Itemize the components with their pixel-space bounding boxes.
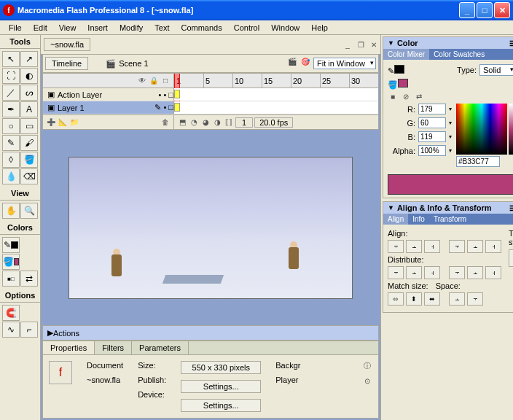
- dist-bottom-button[interactable]: ⫞: [424, 266, 440, 279]
- menu-window[interactable]: Window: [265, 22, 305, 34]
- document-tab[interactable]: ~snow.fla: [44, 38, 90, 51]
- menu-insert[interactable]: Insert: [82, 22, 114, 34]
- straighten-option[interactable]: ⌐: [20, 322, 38, 338]
- panel-menu-icon[interactable]: ☰: [509, 204, 513, 212]
- menu-modify[interactable]: Modify: [114, 22, 149, 34]
- dist-left-button[interactable]: ⫟: [449, 266, 465, 279]
- align-right-button[interactable]: ⫞: [424, 240, 440, 253]
- hex-input[interactable]: [456, 156, 500, 167]
- b-input[interactable]: [418, 131, 446, 142]
- g-input[interactable]: [418, 117, 446, 128]
- publish-settings-button[interactable]: Settings...: [181, 380, 261, 393]
- frames-area[interactable]: [174, 101, 378, 114]
- r-input[interactable]: [418, 104, 446, 114]
- tab-parameters[interactable]: Parameters: [132, 341, 189, 354]
- pen-tool[interactable]: ✒: [2, 101, 20, 117]
- minimize-button[interactable]: _: [459, 2, 475, 18]
- match-height-button[interactable]: ⬍: [406, 292, 422, 306]
- selection-tool[interactable]: ↖: [2, 51, 20, 67]
- stage-canvas[interactable]: [68, 157, 353, 299]
- tab-color-mixer[interactable]: Color Mixer: [383, 49, 429, 60]
- tab-filters[interactable]: Filters: [95, 341, 132, 354]
- layer-row[interactable]: ▣Action Layer• • □: [43, 88, 378, 101]
- swap-colors[interactable]: ⇄: [20, 271, 38, 287]
- hand-tool[interactable]: ✋: [2, 203, 20, 219]
- menu-help[interactable]: Help: [305, 22, 334, 34]
- default-colors[interactable]: ■□: [2, 271, 20, 287]
- subselection-tool[interactable]: ↗: [20, 51, 38, 67]
- pencil-tool[interactable]: ✎: [2, 135, 20, 151]
- figure-graphic[interactable]: [109, 247, 124, 284]
- align-bottom-button[interactable]: ⫞: [485, 240, 501, 253]
- onion-outline-icon[interactable]: ◕: [200, 118, 211, 126]
- edit-frames-icon[interactable]: ◑: [212, 118, 222, 126]
- default-colors-icon[interactable]: ■: [388, 93, 398, 101]
- eraser-tool[interactable]: ⌫: [20, 168, 38, 184]
- text-tool[interactable]: A: [20, 101, 38, 117]
- fill-color[interactable]: 🪣: [2, 254, 20, 270]
- rectangle-tool[interactable]: ▭: [20, 118, 38, 134]
- match-width-button[interactable]: ⬄: [388, 292, 404, 306]
- actions-panel-header[interactable]: ▶ Actions: [42, 325, 379, 341]
- edit-symbol-icon[interactable]: 🎯: [300, 58, 310, 69]
- edit-scene-icon[interactable]: 🎬: [287, 58, 297, 69]
- menu-control[interactable]: Control: [228, 22, 265, 34]
- alpha-input[interactable]: [418, 145, 446, 156]
- zoom-tool[interactable]: 🔍: [20, 203, 38, 219]
- eyedropper-tool[interactable]: 💧: [2, 168, 20, 184]
- free-transform-tool[interactable]: ⛶: [2, 68, 20, 84]
- ink-bottle-tool[interactable]: ◊: [2, 152, 20, 168]
- paint-bucket-tool[interactable]: 🪣: [20, 152, 38, 168]
- fill-swatch-icon[interactable]: 🪣: [388, 79, 408, 90]
- line-tool[interactable]: ／: [2, 85, 20, 101]
- keyframe[interactable]: [174, 103, 180, 112]
- dist-hcenter-button[interactable]: ⫠: [467, 266, 483, 279]
- lock-icon[interactable]: 🔒: [149, 77, 159, 85]
- stage-area[interactable]: [42, 131, 379, 324]
- hue-slider[interactable]: [509, 104, 513, 155]
- timeline-ruler[interactable]: 151015202530: [174, 74, 378, 88]
- align-vcenter-button[interactable]: ⫠: [467, 240, 483, 253]
- match-both-button[interactable]: ⬌: [424, 292, 440, 306]
- oval-tool[interactable]: ○: [2, 118, 20, 134]
- collapse-icon[interactable]: ▼: [388, 39, 394, 47]
- expand-props-icon[interactable]: ⊙: [362, 377, 372, 385]
- zoom-select[interactable]: Fit in Window: [313, 58, 376, 69]
- menu-edit[interactable]: Edit: [28, 22, 53, 34]
- add-guide-icon[interactable]: 📐: [58, 118, 68, 126]
- keyframe[interactable]: [174, 90, 180, 98]
- center-frame-icon[interactable]: ⬒: [177, 118, 187, 126]
- onion-markers-icon[interactable]: ⟦⟧: [224, 118, 234, 126]
- tab-properties[interactable]: Properties: [43, 341, 95, 354]
- doc-close-icon[interactable]: ✕: [369, 41, 379, 49]
- tab-transform[interactable]: Transform: [429, 214, 471, 225]
- frames-area[interactable]: [174, 88, 378, 101]
- add-folder-icon[interactable]: 📁: [69, 118, 79, 126]
- close-button[interactable]: ✕: [494, 2, 510, 18]
- tab-align[interactable]: Align: [383, 214, 408, 225]
- delete-layer-icon[interactable]: 🗑: [160, 118, 171, 126]
- gradient-transform-tool[interactable]: ◐: [20, 68, 38, 84]
- timeline-toggle-button[interactable]: Timeline: [45, 57, 88, 70]
- device-settings-button[interactable]: Settings...: [181, 399, 261, 412]
- layer-row[interactable]: ▣Layer 1✎ • □: [43, 101, 378, 114]
- align-left-button[interactable]: ⫟: [388, 240, 404, 253]
- brush-tool[interactable]: 🖌: [20, 135, 38, 151]
- align-hcenter-button[interactable]: ⫠: [406, 240, 422, 253]
- stroke-color[interactable]: ✎: [2, 237, 20, 253]
- align-top-button[interactable]: ⫟: [449, 240, 465, 253]
- size-button[interactable]: 550 x 330 pixels: [181, 361, 261, 374]
- dist-vcenter-button[interactable]: ⫠: [406, 266, 422, 279]
- add-layer-icon[interactable]: ➕: [46, 118, 56, 126]
- collapse-icon[interactable]: ▼: [388, 204, 394, 211]
- no-color-icon[interactable]: ⊘: [401, 93, 411, 101]
- menu-commands[interactable]: Commands: [175, 22, 227, 34]
- color-spectrum[interactable]: [456, 104, 507, 155]
- panel-menu-icon[interactable]: ☰: [509, 39, 513, 47]
- outline-icon[interactable]: □: [160, 77, 171, 85]
- tab-info[interactable]: Info: [408, 214, 429, 225]
- tab-color-swatches[interactable]: Color Swatches: [429, 49, 489, 60]
- space-v-button[interactable]: ⫟: [467, 292, 483, 306]
- bench-graphic[interactable]: [162, 275, 224, 284]
- space-h-button[interactable]: ⫠: [449, 292, 465, 306]
